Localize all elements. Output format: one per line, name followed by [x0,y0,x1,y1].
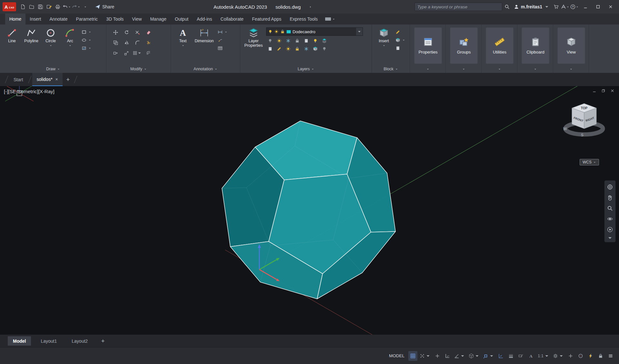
window-maximize-button[interactable] [592,2,604,12]
ribbon-tab-insert[interactable]: Insert [25,14,45,25]
autodesk-app-button[interactable] [561,3,569,11]
search-icon[interactable] [503,3,511,11]
ribbon-tab-express-tools[interactable]: Express Tools [285,14,322,25]
create-block-caret-icon[interactable] [402,39,405,42]
layer-off-button[interactable] [266,37,274,44]
layer-states-button[interactable] [320,37,328,44]
clipboard-button[interactable]: Clipboard [522,27,549,64]
zoom-button[interactable] [605,203,615,213]
layer-edit-button[interactable] [275,45,283,52]
panel-properties-footer[interactable] [410,65,445,73]
signed-in-user[interactable]: m.freitas1 [514,4,549,9]
insert-block-button[interactable]: Insert [374,26,393,65]
ribbon-tab-output[interactable]: Output [171,14,193,25]
hatch-tool-button[interactable] [80,45,88,51]
viewport-controls-label[interactable]: [-] [4,89,8,94]
security-lock-button[interactable] [596,351,605,361]
layer-lock-button[interactable] [293,37,301,44]
annotation-scale-caret-icon[interactable] [544,353,549,359]
drawing-area[interactable]: [-] [SE Isometric] [X-Ray] W S TOP FRONT… [0,86,619,335]
help-button[interactable] [570,3,579,11]
file-tab-solidos[interactable]: solidos* × [32,73,63,86]
layer-isolate-button[interactable] [275,37,283,44]
lineweight-toggle[interactable] [506,351,515,361]
arc-caret-icon[interactable] [69,44,72,47]
layer-on-button[interactable] [311,37,319,44]
insert-caret-icon[interactable] [383,44,385,47]
utilities-button[interactable]: Utilities [486,27,514,64]
text-caret-icon[interactable] [182,44,185,47]
workspace-caret-icon[interactable] [559,353,564,359]
properties-button[interactable]: Properties [414,27,442,64]
panel-groups-footer[interactable] [446,65,481,73]
polyline-button[interactable]: Polyline [22,26,41,65]
object-snap-tracking-toggle[interactable] [496,351,505,361]
help-caret-icon[interactable] [576,5,579,8]
annotation-visibility-toggle[interactable] [526,351,535,361]
search-input[interactable] [417,5,499,9]
define-attributes-button[interactable] [394,45,402,51]
grid-display-toggle[interactable] [408,351,417,361]
viewcube-west-label[interactable]: W [563,127,567,131]
model-space-toggle[interactable]: MODEL [386,353,407,358]
layer-match-button[interactable] [302,37,310,44]
trim-button[interactable] [133,28,142,36]
dimension-caret-icon[interactable] [225,31,227,34]
pan-button[interactable] [605,193,615,202]
panel-clipboard-footer[interactable] [517,65,553,73]
qat-customize-button[interactable] [81,3,89,11]
autodesk-caret-icon[interactable] [566,5,569,8]
isolate-objects-button[interactable] [576,351,585,361]
panel-layers-footer[interactable]: Layers [240,65,372,73]
panel-utilities-footer[interactable] [482,65,517,73]
ribbon-tab-home[interactable]: Home [5,14,25,25]
quick-dimension-button[interactable] [216,29,224,35]
window-close-button[interactable] [605,2,616,12]
window-minimize-button[interactable] [580,2,591,12]
viewport-view-label[interactable]: [SE Isometric] [8,89,38,94]
user-caret-icon[interactable] [544,4,549,9]
viewcube-south-label[interactable]: S [581,133,584,137]
ribbon-tab-view[interactable]: View [128,14,146,25]
graphics-performance-button[interactable] [586,351,595,361]
save-button[interactable] [36,3,44,11]
move-button[interactable] [111,28,120,36]
viewcube-top-label[interactable]: TOP [581,106,588,110]
layer-freeze-button[interactable] [284,37,292,44]
groups-button[interactable]: Groups [450,27,478,64]
layer-unlock-button[interactable] [293,45,301,52]
edit-block-button[interactable] [394,29,402,35]
snap-mode-toggle[interactable] [418,351,432,361]
share-button[interactable]: Share [95,4,114,9]
viewport-style-label[interactable]: [X-Ray] [38,89,55,94]
circle-caret-icon[interactable] [49,44,52,47]
offset-button[interactable] [144,49,153,57]
new-file-tab-button[interactable]: + [63,73,74,86]
navigation-wheel-button[interactable] [605,182,615,192]
snap-caret-icon[interactable] [425,353,431,359]
ellipse-caret-icon[interactable] [88,39,91,42]
layer-freeze-other-button[interactable] [302,45,310,52]
scale-button[interactable] [122,49,131,57]
viewcube[interactable]: W S TOP FRONT RIGHT [558,91,610,155]
osnap-caret-icon[interactable] [489,353,494,359]
redo-caret-icon[interactable] [77,5,80,8]
autocad-logo[interactable]: A CAD [3,2,16,11]
layer-make-current-button[interactable] [266,45,274,52]
object-snap-toggle[interactable] [482,351,495,361]
ribbon-tab-3d-tools[interactable]: 3D Tools [102,14,128,25]
dimension-button[interactable]: Dimension [193,26,215,65]
layer-thaw-all-button[interactable] [284,45,292,52]
layout-tab-layout2[interactable]: Layout2 [66,336,93,346]
ribbon-tab-collaborate[interactable]: Collaborate [216,14,248,25]
ribbon-tab-manage[interactable]: Manage [146,14,171,25]
ortho-mode-toggle[interactable] [443,351,452,361]
rectangle-tool-button[interactable] [80,29,88,35]
ribbon-tab-featured-apps[interactable]: Featured Apps [248,14,285,25]
mirror-button[interactable] [122,39,131,46]
ellipse-tool-button[interactable] [80,37,88,43]
isodraft-caret-icon[interactable] [474,353,480,359]
table-button[interactable] [216,45,224,51]
explode-button[interactable] [144,39,153,46]
fillet-button[interactable] [133,39,142,46]
